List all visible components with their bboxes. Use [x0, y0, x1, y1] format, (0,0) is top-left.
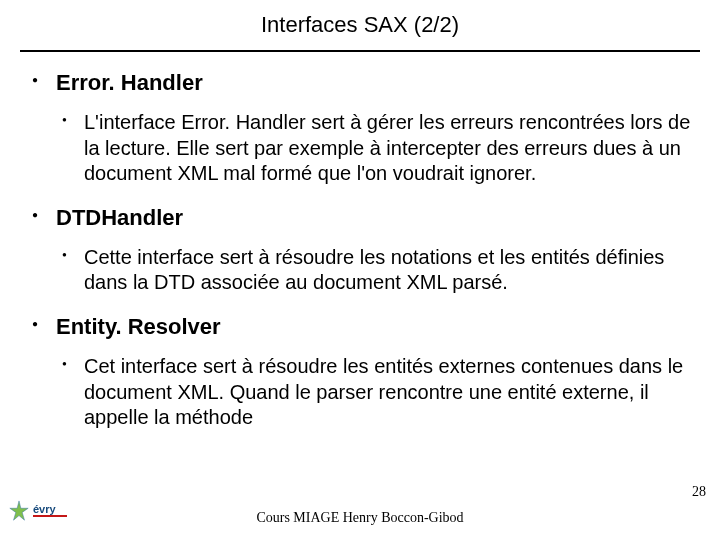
- slide-content: Error. Handler L'interface Error. Handle…: [0, 52, 720, 431]
- section-dtdhandler: DTDHandler Cette interface sert à résoud…: [28, 205, 692, 296]
- section-body: Cet interface sert à résoudre les entité…: [84, 354, 692, 431]
- logo-underline: [33, 515, 67, 517]
- section-entity-resolver: Entity. Resolver Cet interface sert à ré…: [28, 314, 692, 431]
- bullet-list: Error. Handler L'interface Error. Handle…: [28, 70, 692, 431]
- slide-title: Interfaces SAX (2/2): [0, 0, 720, 46]
- subsection-list: Cette interface sert à résoudre les nota…: [56, 245, 692, 296]
- star-icon: [8, 500, 30, 522]
- section-heading: DTDHandler: [56, 205, 692, 231]
- footer-text: Cours MIAGE Henry Boccon-Gibod: [0, 510, 720, 526]
- section-heading: Error. Handler: [56, 70, 692, 96]
- subsection-item: Cette interface sert à résoudre les nota…: [56, 245, 692, 296]
- subsection-list: Cet interface sert à résoudre les entité…: [56, 354, 692, 431]
- slide: Interfaces SAX (2/2) Error. Handler L'in…: [0, 0, 720, 540]
- subsection-item: Cet interface sert à résoudre les entité…: [56, 354, 692, 431]
- svg-marker-0: [10, 501, 28, 520]
- subsection-list: L'interface Error. Handler sert à gérer …: [56, 110, 692, 187]
- section-error-handler: Error. Handler L'interface Error. Handle…: [28, 70, 692, 187]
- section-heading: Entity. Resolver: [56, 314, 692, 340]
- logo-text-wrap: évry: [33, 505, 67, 518]
- university-logo: évry: [8, 500, 67, 522]
- subsection-item: L'interface Error. Handler sert à gérer …: [56, 110, 692, 187]
- section-body: L'interface Error. Handler sert à gérer …: [84, 110, 692, 187]
- page-number: 28: [692, 484, 706, 500]
- section-body: Cette interface sert à résoudre les nota…: [84, 245, 692, 296]
- logo-text: évry: [33, 505, 67, 515]
